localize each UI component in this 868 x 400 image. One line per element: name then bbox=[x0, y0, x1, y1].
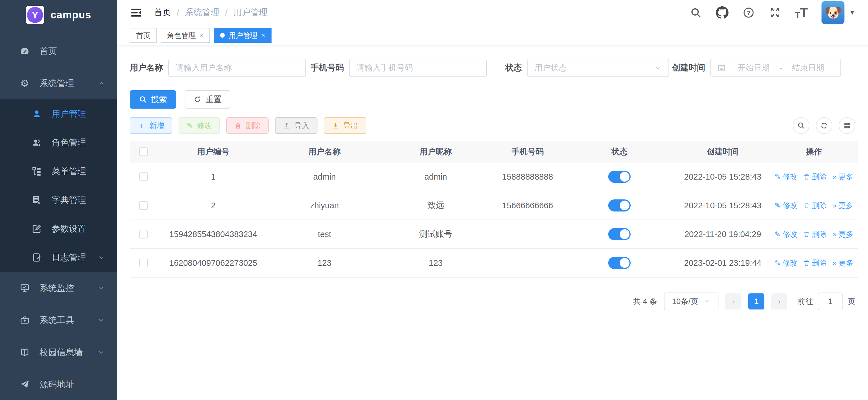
sidebar-item-system-mgmt[interactable]: ⚙ 系统管理 bbox=[0, 67, 117, 99]
row-checkbox[interactable] bbox=[139, 230, 148, 238]
breadcrumb-system[interactable]: 系统管理 bbox=[185, 7, 219, 19]
sidebar-item-params[interactable]: 参数设置 bbox=[0, 215, 117, 243]
breadcrumb: 首页 / 系统管理 / 用户管理 bbox=[154, 7, 268, 19]
delete-button[interactable]: 删除 bbox=[226, 117, 269, 134]
sidebar-item-label: 参数设置 bbox=[52, 223, 86, 235]
calendar-icon bbox=[717, 63, 726, 72]
sidebar-item-label: 系统工具 bbox=[40, 314, 74, 326]
show-search-toggle-button[interactable] bbox=[793, 117, 809, 134]
row-more-link[interactable]: »更多 bbox=[832, 229, 853, 239]
sidebar-item-user-mgmt[interactable]: 用户管理 bbox=[0, 99, 117, 128]
tab-user-mgmt[interactable]: 用户管理 × bbox=[214, 28, 272, 43]
sidebar-item-campus-wall[interactable]: 校园信息墙 bbox=[0, 336, 117, 368]
table-row: 1594285543804383234 test 测试账号 2022-11-20… bbox=[130, 220, 858, 249]
row-delete-link[interactable]: 删除 bbox=[803, 258, 827, 268]
pencil-icon: ✎ bbox=[187, 121, 193, 130]
row-edit-link[interactable]: ✎修改 bbox=[774, 229, 797, 239]
status-toggle[interactable] bbox=[608, 171, 631, 183]
row-checkbox[interactable] bbox=[139, 172, 148, 181]
chevron-down-icon bbox=[704, 298, 710, 305]
breadcrumb-current: 用户管理 bbox=[234, 7, 268, 19]
end-date[interactable]: 结束日期 bbox=[782, 62, 834, 73]
row-checkbox[interactable] bbox=[139, 259, 148, 267]
goto-page-input[interactable] bbox=[818, 292, 843, 310]
page-1-button[interactable]: 1 bbox=[748, 293, 764, 310]
page-size-select[interactable]: 10条/页 bbox=[664, 292, 718, 310]
sidebar-item-label: 校园信息墙 bbox=[40, 347, 83, 358]
tab-home[interactable]: 首页 bbox=[130, 28, 157, 43]
sidebar-item-label: 用户管理 bbox=[52, 108, 86, 120]
fullscreen-icon[interactable] bbox=[769, 6, 781, 19]
help-icon[interactable]: ? bbox=[742, 6, 755, 19]
chevron-down-icon bbox=[654, 64, 662, 72]
start-date[interactable]: 开始日期 bbox=[727, 62, 780, 73]
menu-tree-icon bbox=[31, 166, 42, 177]
sidebar-item-log-mgmt[interactable]: 日志管理 bbox=[0, 243, 117, 272]
tags-bar: 首页 角色管理 × 用户管理 × bbox=[117, 25, 868, 46]
sidebar-item-label: 字典管理 bbox=[52, 194, 86, 206]
sidebar-item-role-mgmt[interactable]: 角色管理 bbox=[0, 128, 117, 157]
chevron-down-icon bbox=[98, 316, 105, 324]
columns-button[interactable] bbox=[839, 117, 856, 134]
row-edit-link[interactable]: ✎修改 bbox=[774, 201, 797, 211]
status-label: 状态 bbox=[505, 62, 522, 74]
sidebar-item-source-code[interactable]: 源码地址 bbox=[0, 368, 117, 400]
row-more-link[interactable]: »更多 bbox=[832, 258, 853, 268]
search-button[interactable]: 搜索 bbox=[130, 90, 176, 109]
row-checkbox[interactable] bbox=[139, 201, 148, 210]
date-range-picker[interactable]: 开始日期 - 结束日期 bbox=[710, 59, 841, 77]
font-size-icon[interactable]: TT bbox=[795, 5, 808, 20]
sidebar-item-home[interactable]: 首页 bbox=[0, 35, 117, 67]
reset-button[interactable]: 重置 bbox=[185, 90, 230, 109]
row-delete-link[interactable]: 删除 bbox=[803, 229, 827, 239]
close-icon[interactable]: × bbox=[261, 32, 265, 39]
status-toggle[interactable] bbox=[608, 228, 631, 240]
status-select[interactable]: 用户状态 bbox=[527, 59, 669, 77]
sidebar-item-label: 系统管理 bbox=[40, 78, 74, 89]
tab-role-mgmt[interactable]: 角色管理 × bbox=[161, 28, 210, 43]
total-count: 共 4 条 bbox=[633, 296, 657, 307]
row-edit-link[interactable]: ✎修改 bbox=[774, 172, 797, 182]
chevron-up-icon bbox=[98, 80, 105, 87]
row-delete-link[interactable]: 删除 bbox=[803, 201, 827, 211]
import-button[interactable]: 导入 bbox=[275, 117, 317, 134]
app-title: campus bbox=[51, 9, 91, 21]
add-button[interactable]: ＋ 新增 bbox=[130, 117, 172, 134]
next-page-button[interactable]: › bbox=[771, 293, 787, 310]
col-user-id: 用户编号 bbox=[157, 146, 269, 157]
app-logo[interactable]: Y campus bbox=[0, 0, 117, 30]
search-icon[interactable] bbox=[689, 6, 702, 19]
status-toggle[interactable] bbox=[608, 257, 631, 269]
prev-page-button[interactable]: ‹ bbox=[725, 293, 741, 310]
export-button[interactable]: 导出 bbox=[324, 117, 366, 134]
row-edit-link[interactable]: ✎修改 bbox=[774, 258, 797, 268]
col-status: 状态 bbox=[563, 146, 675, 157]
chevron-down-icon bbox=[98, 348, 105, 356]
edit-button[interactable]: ✎ 修改 bbox=[179, 117, 220, 134]
row-more-link[interactable]: »更多 bbox=[832, 201, 853, 211]
avatar[interactable]: 🐶 bbox=[822, 1, 844, 24]
refresh-button[interactable] bbox=[816, 117, 832, 134]
created-label: 创建时间 bbox=[672, 62, 705, 74]
row-more-link[interactable]: »更多 bbox=[832, 172, 853, 182]
pencil-icon: ✎ bbox=[774, 201, 781, 210]
sidebar-item-menu-mgmt[interactable]: 菜单管理 bbox=[0, 157, 117, 185]
github-icon[interactable] bbox=[716, 6, 728, 19]
sidebar-item-dict-mgmt[interactable]: 字典管理 bbox=[0, 185, 117, 215]
select-all-checkbox[interactable] bbox=[139, 147, 148, 156]
user-menu[interactable]: 🐶 ▼ bbox=[822, 1, 856, 24]
username-input[interactable] bbox=[168, 59, 306, 77]
sidebar-item-system-tools[interactable]: 系统工具 bbox=[0, 304, 117, 336]
breadcrumb-home[interactable]: 首页 bbox=[154, 7, 171, 19]
trash-icon bbox=[803, 173, 810, 180]
sidebar-toggle-icon[interactable] bbox=[130, 6, 143, 19]
search-icon bbox=[797, 121, 805, 130]
status-toggle[interactable] bbox=[608, 199, 631, 211]
close-icon[interactable]: × bbox=[200, 32, 204, 39]
caret-down-icon: ▼ bbox=[849, 9, 856, 17]
filter-form: 用户名称 手机号码 状态 用户状态 创建时间 bbox=[130, 59, 856, 77]
log-icon bbox=[31, 252, 42, 263]
sidebar-item-system-monitor[interactable]: 系统监控 bbox=[0, 272, 117, 304]
phone-input[interactable] bbox=[349, 59, 487, 77]
row-delete-link[interactable]: 删除 bbox=[803, 172, 827, 182]
